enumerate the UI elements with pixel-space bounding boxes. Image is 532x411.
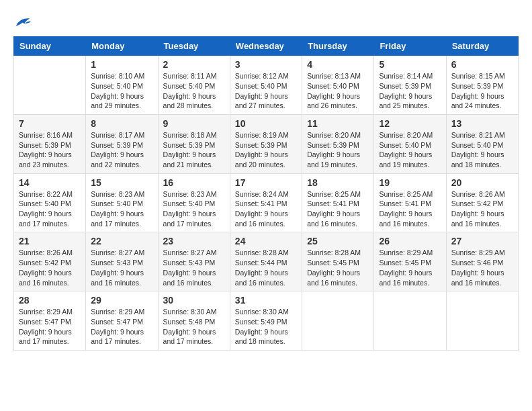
calendar-week-row: 7Sunrise: 8:16 AMSunset: 5:39 PMDaylight…: [14, 114, 519, 173]
day-number: 22: [91, 236, 152, 246]
calendar-cell: [302, 291, 374, 351]
day-number: 28: [19, 295, 81, 306]
day-info: Sunrise: 8:17 AMSunset: 5:39 PMDaylight:…: [91, 130, 152, 170]
calendar-cell: 28Sunrise: 8:29 AMSunset: 5:47 PMDayligh…: [14, 291, 86, 351]
day-info: Sunrise: 8:27 AMSunset: 5:43 PMDaylight:…: [91, 248, 152, 287]
calendar-cell: 2Sunrise: 8:11 AMSunset: 5:40 PMDaylight…: [158, 56, 230, 115]
day-number: 25: [307, 236, 369, 246]
calendar-cell: 29Sunrise: 8:29 AMSunset: 5:47 PMDayligh…: [86, 291, 158, 351]
calendar-cell: 7Sunrise: 8:16 AMSunset: 5:39 PMDaylight…: [14, 114, 86, 173]
day-number: 26: [379, 236, 441, 246]
calendar-cell: 5Sunrise: 8:14 AMSunset: 5:39 PMDaylight…: [374, 56, 446, 115]
day-number: 31: [235, 295, 297, 306]
calendar-cell: 11Sunrise: 8:20 AMSunset: 5:39 PMDayligh…: [302, 114, 374, 173]
calendar-cell: 4Sunrise: 8:13 AMSunset: 5:40 PMDaylight…: [302, 56, 374, 115]
calendar-cell: 24Sunrise: 8:28 AMSunset: 5:44 PMDayligh…: [230, 232, 302, 291]
day-number: 5: [379, 59, 441, 70]
calendar-cell: 26Sunrise: 8:29 AMSunset: 5:45 PMDayligh…: [374, 232, 446, 291]
day-info: Sunrise: 8:20 AMSunset: 5:39 PMDaylight:…: [307, 130, 369, 170]
day-info: Sunrise: 8:29 AMSunset: 5:47 PMDaylight:…: [91, 307, 152, 347]
day-number: 12: [379, 118, 441, 129]
calendar-cell: 1Sunrise: 8:10 AMSunset: 5:40 PMDaylight…: [86, 56, 158, 115]
calendar-cell: 17Sunrise: 8:24 AMSunset: 5:41 PMDayligh…: [230, 173, 302, 232]
calendar-cell: 13Sunrise: 8:21 AMSunset: 5:40 PMDayligh…: [446, 114, 518, 173]
calendar-cell: [14, 56, 86, 115]
calendar-cell: 19Sunrise: 8:25 AMSunset: 5:41 PMDayligh…: [374, 173, 446, 232]
day-info: Sunrise: 8:24 AMSunset: 5:41 PMDaylight:…: [235, 189, 297, 229]
column-header-tuesday: Tuesday: [158, 37, 230, 56]
calendar-cell: 21Sunrise: 8:26 AMSunset: 5:42 PMDayligh…: [14, 232, 86, 291]
day-info: Sunrise: 8:30 AMSunset: 5:49 PMDaylight:…: [235, 307, 297, 347]
calendar-cell: 27Sunrise: 8:29 AMSunset: 5:46 PMDayligh…: [446, 232, 518, 291]
day-info: Sunrise: 8:18 AMSunset: 5:39 PMDaylight:…: [163, 130, 225, 170]
day-info: Sunrise: 8:10 AMSunset: 5:40 PMDaylight:…: [91, 71, 152, 111]
day-number: 11: [307, 118, 369, 129]
calendar-cell: 12Sunrise: 8:20 AMSunset: 5:40 PMDayligh…: [374, 114, 446, 173]
day-number: 2: [163, 59, 225, 70]
day-number: 9: [163, 118, 225, 129]
day-info: Sunrise: 8:16 AMSunset: 5:39 PMDaylight:…: [19, 130, 81, 170]
day-info: Sunrise: 8:25 AMSunset: 5:41 PMDaylight:…: [307, 189, 369, 229]
calendar-week-row: 21Sunrise: 8:26 AMSunset: 5:42 PMDayligh…: [14, 232, 519, 291]
calendar-cell: 14Sunrise: 8:22 AMSunset: 5:40 PMDayligh…: [14, 173, 86, 232]
logo: [13, 13, 31, 30]
day-number: 14: [19, 177, 81, 188]
day-info: Sunrise: 8:14 AMSunset: 5:39 PMDaylight:…: [379, 71, 441, 111]
day-info: Sunrise: 8:29 AMSunset: 5:46 PMDaylight:…: [451, 248, 513, 287]
day-number: 29: [91, 295, 152, 306]
column-header-sunday: Sunday: [14, 37, 86, 56]
day-number: 23: [163, 236, 225, 246]
page-header: [13, 13, 519, 30]
calendar-cell: 9Sunrise: 8:18 AMSunset: 5:39 PMDaylight…: [158, 114, 230, 173]
logo-bird-icon: [15, 15, 31, 29]
calendar-cell: 8Sunrise: 8:17 AMSunset: 5:39 PMDaylight…: [86, 114, 158, 173]
calendar-cell: [374, 291, 446, 351]
day-info: Sunrise: 8:29 AMSunset: 5:45 PMDaylight:…: [379, 248, 441, 287]
day-info: Sunrise: 8:15 AMSunset: 5:39 PMDaylight:…: [451, 71, 513, 111]
calendar-cell: 10Sunrise: 8:19 AMSunset: 5:39 PMDayligh…: [230, 114, 302, 173]
day-number: 6: [451, 59, 513, 70]
calendar-cell: 23Sunrise: 8:27 AMSunset: 5:43 PMDayligh…: [158, 232, 230, 291]
day-info: Sunrise: 8:21 AMSunset: 5:40 PMDaylight:…: [451, 130, 513, 170]
calendar-table: SundayMondayTuesdayWednesdayThursdayFrid…: [13, 36, 519, 351]
calendar-cell: 22Sunrise: 8:27 AMSunset: 5:43 PMDayligh…: [86, 232, 158, 291]
day-info: Sunrise: 8:27 AMSunset: 5:43 PMDaylight:…: [163, 248, 225, 287]
day-info: Sunrise: 8:13 AMSunset: 5:40 PMDaylight:…: [307, 71, 369, 111]
calendar-cell: 18Sunrise: 8:25 AMSunset: 5:41 PMDayligh…: [302, 173, 374, 232]
calendar-cell: 25Sunrise: 8:28 AMSunset: 5:45 PMDayligh…: [302, 232, 374, 291]
day-number: 3: [235, 59, 297, 70]
day-number: 16: [163, 177, 225, 188]
day-number: 1: [91, 59, 152, 70]
day-info: Sunrise: 8:28 AMSunset: 5:45 PMDaylight:…: [307, 248, 369, 287]
day-number: 21: [19, 236, 81, 246]
calendar-cell: 16Sunrise: 8:23 AMSunset: 5:40 PMDayligh…: [158, 173, 230, 232]
day-number: 17: [235, 177, 297, 188]
day-number: 4: [307, 59, 369, 70]
day-info: Sunrise: 8:25 AMSunset: 5:41 PMDaylight:…: [379, 189, 441, 229]
day-number: 7: [19, 118, 81, 129]
calendar-cell: 6Sunrise: 8:15 AMSunset: 5:39 PMDaylight…: [446, 56, 518, 115]
day-number: 8: [91, 118, 152, 129]
column-header-friday: Friday: [374, 37, 446, 56]
calendar-header-row: SundayMondayTuesdayWednesdayThursdayFrid…: [14, 37, 519, 56]
day-info: Sunrise: 8:28 AMSunset: 5:44 PMDaylight:…: [235, 248, 297, 287]
day-info: Sunrise: 8:11 AMSunset: 5:40 PMDaylight:…: [163, 71, 225, 111]
day-number: 24: [235, 236, 297, 246]
day-info: Sunrise: 8:23 AMSunset: 5:40 PMDaylight:…: [163, 189, 225, 229]
day-number: 20: [451, 177, 513, 188]
day-number: 15: [91, 177, 152, 188]
column-header-monday: Monday: [86, 37, 158, 56]
day-info: Sunrise: 8:29 AMSunset: 5:47 PMDaylight:…: [19, 307, 81, 347]
day-info: Sunrise: 8:23 AMSunset: 5:40 PMDaylight:…: [91, 189, 152, 229]
logo-text: [13, 13, 31, 30]
day-info: Sunrise: 8:22 AMSunset: 5:40 PMDaylight:…: [19, 189, 81, 229]
calendar-cell: 3Sunrise: 8:12 AMSunset: 5:40 PMDaylight…: [230, 56, 302, 115]
day-number: 10: [235, 118, 297, 129]
column-header-thursday: Thursday: [302, 37, 374, 56]
day-info: Sunrise: 8:26 AMSunset: 5:42 PMDaylight:…: [451, 189, 513, 229]
calendar-cell: [446, 291, 518, 351]
calendar-cell: 30Sunrise: 8:30 AMSunset: 5:48 PMDayligh…: [158, 291, 230, 351]
day-info: Sunrise: 8:12 AMSunset: 5:40 PMDaylight:…: [235, 71, 297, 111]
day-number: 27: [451, 236, 513, 246]
calendar-cell: 31Sunrise: 8:30 AMSunset: 5:49 PMDayligh…: [230, 291, 302, 351]
